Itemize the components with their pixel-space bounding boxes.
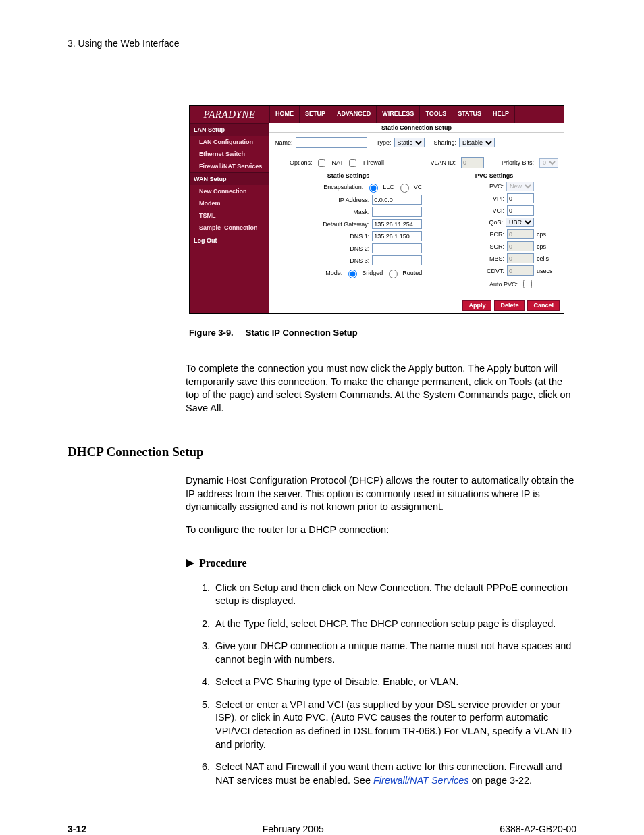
name-input[interactable]: [296, 137, 367, 148]
sidebar-wan-setup[interactable]: WAN Setup: [190, 172, 269, 185]
delete-button[interactable]: Delete: [494, 300, 525, 311]
nav-home[interactable]: HOME: [270, 106, 300, 123]
sidebar-logout[interactable]: Log Out: [190, 234, 269, 247]
dns2-label: DNS 2:: [350, 245, 369, 252]
step-1: Click on Setup and then click on New Con…: [213, 582, 576, 608]
pvc-select[interactable]: New: [506, 182, 534, 191]
cdvt-unit: usecs: [537, 268, 558, 274]
footer-doc-id: 6388-A2-GB20-00: [500, 824, 576, 834]
top-nav: HOME SETUP ADVANCED WIRELESS TOOLS STATU…: [270, 106, 564, 123]
mode-bridged-radio[interactable]: [348, 270, 357, 278]
sidebar-lan-setup[interactable]: LAN Setup: [190, 123, 269, 136]
options-label: Options:: [290, 159, 313, 166]
sidebar-sample-connection[interactable]: Sample_Connection: [190, 222, 269, 234]
ip-input[interactable]: [372, 195, 422, 205]
figure-caption: Figure 3-9.Static IP Connection Setup: [189, 328, 576, 338]
sidebar-modem[interactable]: Modem: [190, 197, 269, 209]
encapsulation-label: Encapsulation:: [323, 184, 363, 191]
sidebar: LAN Setup LAN Configuration Ethernet Swi…: [190, 123, 269, 313]
qos-select[interactable]: UBR: [506, 218, 534, 227]
vpi-input[interactable]: [507, 193, 534, 203]
encapsulation-vc-radio[interactable]: [400, 184, 409, 193]
panel-title: Static Connection Setup: [269, 123, 564, 133]
dns3-label: DNS 3:: [350, 257, 369, 264]
cdvt-input[interactable]: [507, 265, 534, 276]
priority-label: Priority Bits:: [502, 159, 534, 166]
sidebar-ethernet-switch[interactable]: Ethernet Switch: [190, 148, 269, 160]
encapsulation-llc-radio[interactable]: [369, 184, 378, 193]
scr-unit: cps: [537, 243, 558, 250]
nav-setup[interactable]: SETUP: [300, 106, 331, 123]
nat-checkbox[interactable]: [318, 159, 325, 167]
step-4: Select a PVC Sharing type of Disable, En…: [213, 676, 576, 689]
autopvc-label: Auto PVC:: [489, 281, 518, 288]
footer-date: February 2005: [263, 824, 324, 834]
static-settings-title: Static Settings: [275, 172, 422, 179]
pcr-unit: cps: [537, 231, 558, 238]
name-label: Name:: [275, 139, 293, 146]
gateway-label: Default Gateway:: [323, 221, 369, 228]
dns2-input[interactable]: [372, 243, 422, 253]
scr-label: SCR:: [489, 243, 504, 250]
chapter-header: 3. Using the Web Interface: [68, 38, 576, 49]
routed-label: Routed: [402, 270, 422, 276]
vci-input[interactable]: [507, 205, 534, 216]
gateway-input[interactable]: [372, 219, 422, 229]
vci-label: VCI:: [492, 207, 504, 214]
bridged-label: Bridged: [362, 270, 383, 276]
firewall-checkbox[interactable]: [349, 159, 356, 167]
nav-status[interactable]: STATUS: [452, 106, 487, 123]
mbs-label: MBS:: [489, 255, 504, 262]
sidebar-firewall-nat[interactable]: Firewall/NAT Services: [190, 160, 269, 172]
type-select[interactable]: Static: [394, 138, 425, 147]
figure-ui: PARADYNE HOME SETUP ADVANCED WIRELESS TO…: [189, 105, 564, 314]
priority-select[interactable]: 0: [539, 158, 558, 168]
ip-label: IP Address:: [338, 197, 369, 203]
paragraph-dhcp-lead: To configure the router for a DHCP conne…: [186, 524, 576, 537]
section-heading-dhcp: DHCP Connection Setup: [68, 445, 576, 459]
nat-label: NAT: [332, 159, 344, 166]
pcr-label: PCR:: [489, 231, 504, 238]
vc-label: VC: [414, 184, 423, 191]
cancel-button[interactable]: Cancel: [527, 300, 560, 311]
mask-input[interactable]: [372, 207, 422, 217]
dns1-input[interactable]: [372, 231, 422, 241]
nav-wireless[interactable]: WIRELESS: [377, 106, 420, 123]
vpi-label: VPI:: [493, 195, 504, 202]
apply-button[interactable]: Apply: [462, 300, 491, 311]
llc-label: LLC: [383, 184, 394, 191]
sidebar-tsml[interactable]: TSML: [190, 209, 269, 222]
step-3: Give your DHCP connection a unique name.…: [213, 640, 576, 666]
paradyne-logo: PARADYNE: [190, 106, 270, 123]
step-2: At the Type field, select DHCP. The DHCP…: [213, 617, 576, 631]
sidebar-lan-config[interactable]: LAN Configuration: [190, 136, 269, 148]
autopvc-checkbox[interactable]: [523, 280, 532, 288]
vlan-label: VLAN ID:: [430, 159, 456, 166]
pvc-label: PVC:: [489, 183, 504, 190]
pcr-input[interactable]: [507, 229, 534, 239]
mask-label: Mask:: [353, 209, 369, 216]
scr-input[interactable]: [507, 241, 534, 251]
qos-label: QoS:: [489, 219, 503, 226]
mode-label: Mode:: [325, 270, 342, 276]
nav-advanced[interactable]: ADVANCED: [331, 106, 377, 123]
triangle-icon: [186, 559, 195, 568]
mbs-input[interactable]: [507, 253, 534, 263]
firewall-nat-link[interactable]: Firewall/NAT Services: [373, 775, 469, 786]
nav-help[interactable]: HELP: [487, 106, 515, 123]
sharing-select[interactable]: Disable: [459, 138, 495, 147]
mode-routed-radio[interactable]: [389, 270, 398, 278]
mbs-unit: cells: [537, 255, 558, 262]
page-number: 3-12: [68, 824, 86, 834]
paragraph-dhcp-intro: Dynamic Host Configuration Protocol (DHC…: [186, 474, 576, 514]
dns1-label: DNS 1:: [350, 233, 369, 240]
dns3-input[interactable]: [372, 255, 422, 265]
cdvt-label: CDVT:: [487, 268, 504, 274]
sidebar-new-connection[interactable]: New Connection: [190, 185, 269, 197]
procedure-steps: Click on Setup and then click on New Con…: [199, 582, 576, 797]
vlan-input[interactable]: [461, 157, 484, 168]
paragraph-apply: To complete the connection you must now …: [186, 362, 576, 415]
nav-tools[interactable]: TOOLS: [420, 106, 452, 123]
step-6: Select NAT and Firewall if you want them…: [213, 761, 576, 787]
sharing-label: Sharing:: [434, 139, 457, 146]
